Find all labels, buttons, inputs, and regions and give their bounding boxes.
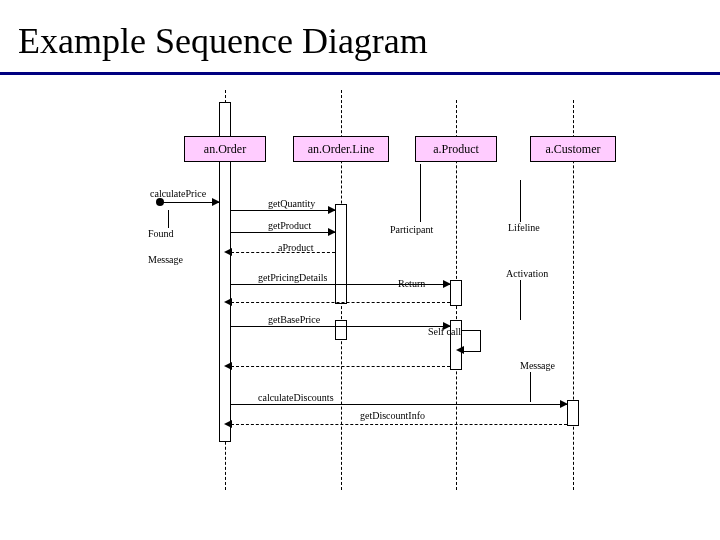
arrow-return-customer xyxy=(224,420,232,428)
participant-orderline: an.Order.Line xyxy=(293,136,389,162)
arrow-getproduct xyxy=(328,228,336,236)
note-selfcall: Self call xyxy=(428,326,461,337)
label-getquantity: getQuantity xyxy=(268,198,315,209)
activation-orderline-1 xyxy=(335,204,347,304)
noteline-activation xyxy=(520,280,521,320)
activation-customer xyxy=(567,400,579,426)
self-call-product xyxy=(462,330,481,352)
note-message-2: Message xyxy=(520,360,555,371)
note-message: Message xyxy=(148,254,183,265)
msg-getproduct xyxy=(231,232,335,233)
participant-product: a.Product xyxy=(415,136,497,162)
msg-calculatediscounts xyxy=(231,404,567,405)
participant-order: an.Order xyxy=(184,136,266,162)
msg-getquantity xyxy=(231,210,335,211)
msg-return-baseprice xyxy=(231,366,450,367)
noteline-message xyxy=(530,372,531,402)
msg-getbaseprice xyxy=(231,326,450,327)
noteline-participant xyxy=(420,164,421,222)
arrow-calculateprice xyxy=(212,198,220,206)
msg-return-customer xyxy=(231,424,567,425)
activation-orderline-2 xyxy=(335,320,347,340)
note-activation: Activation xyxy=(506,268,548,279)
label-aproduct: aProduct xyxy=(278,242,314,253)
noteline-found xyxy=(168,210,169,228)
arrow-return-baseprice xyxy=(224,362,232,370)
note-participant: Participant xyxy=(390,224,433,235)
note-found: Found xyxy=(148,228,174,239)
label-getproduct: getProduct xyxy=(268,220,311,231)
arrow-selfcall-product xyxy=(456,346,464,354)
arrow-return-product xyxy=(224,298,232,306)
title-divider xyxy=(0,72,720,75)
page-title: Example Sequence Diagram xyxy=(18,20,428,62)
note-lifeline: Lifeline xyxy=(508,222,540,233)
found-dot xyxy=(156,198,164,206)
label-getdiscountinfo: getDiscountInfo xyxy=(360,410,425,421)
arrow-calculatediscounts xyxy=(560,400,568,408)
label-getbaseprice: getBasePrice xyxy=(268,314,320,325)
label-getpricingdetails: getPricingDetails xyxy=(258,272,327,283)
arrow-getpricingdetails xyxy=(443,280,451,288)
participant-customer: a.Customer xyxy=(530,136,616,162)
label-calculatediscounts: calculateDiscounts xyxy=(258,392,334,403)
noteline-lifeline xyxy=(520,180,521,222)
arrow-aproduct xyxy=(224,248,232,256)
arrow-getquantity xyxy=(328,206,336,214)
note-return: Return xyxy=(398,278,425,289)
label-calculateprice: calculatePrice xyxy=(150,188,206,199)
msg-calculateprice xyxy=(160,202,220,203)
activation-product-1 xyxy=(450,280,462,306)
msg-return-product xyxy=(231,302,450,303)
